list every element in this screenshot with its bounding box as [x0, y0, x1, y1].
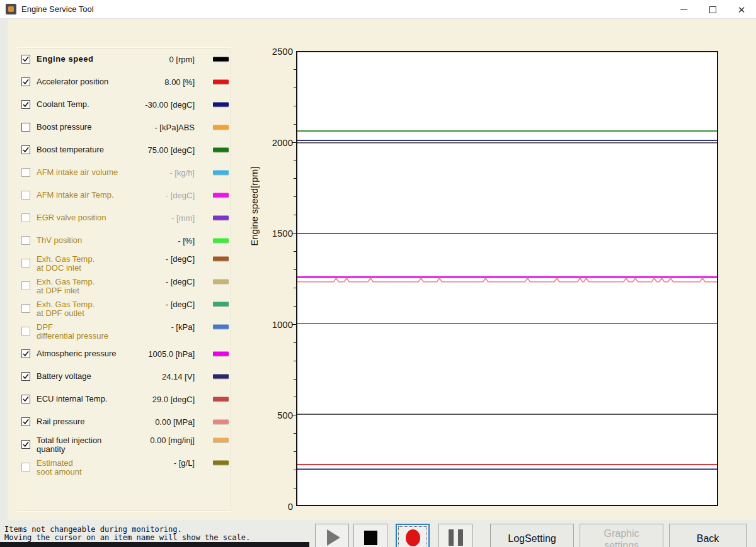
- parameter-checkbox[interactable]: [21, 349, 30, 358]
- left-edge-strip: [0, 19, 8, 520]
- parameter-row: Exh. Gas Temp.at DPF inlet- [degC]: [18, 274, 231, 297]
- parameter-label: Boost temperature: [37, 145, 104, 154]
- parameter-checkbox[interactable]: [21, 77, 30, 86]
- maximize-button[interactable]: [698, 0, 727, 19]
- parameter-color-swatch: [213, 193, 229, 198]
- y-axis-minor-tick: [292, 415, 296, 415]
- play-icon: [327, 529, 340, 546]
- parameter-label: Exh. Gas Temp.at DPF inlet: [37, 278, 94, 295]
- parameter-row: Atmospheric pressure1005.0 [hPa]: [18, 342, 231, 365]
- parameter-value: 8.00 [%]: [164, 77, 195, 87]
- parameter-value: 1005.0 [hPa]: [148, 349, 195, 359]
- parameter-checkbox[interactable]: [21, 213, 30, 222]
- log-setting-button[interactable]: LogSetting: [490, 524, 574, 547]
- parameter-row: Estimatedsoot amount- [g/L]: [18, 456, 231, 478]
- parameter-value: - [g/L]: [174, 458, 195, 468]
- back-label: Back: [697, 533, 719, 544]
- engine-service-tool-window: Engine Service Tool ✕ Engine speed0 [rpm…: [0, 0, 756, 547]
- parameter-color-swatch: [213, 352, 229, 356]
- y-tick-label: 2500: [272, 46, 293, 57]
- parameter-value: - [kPa]ABS: [154, 123, 195, 132]
- parameter-color-swatch: [213, 375, 229, 379]
- parameter-color-swatch: [213, 57, 229, 62]
- parameter-color-swatch: [213, 438, 229, 443]
- parameter-row: EGR valve position- [mm]: [18, 206, 231, 229]
- y-tick-label: 1500: [272, 228, 293, 239]
- parameter-checkbox[interactable]: [21, 100, 30, 109]
- parameter-checkbox[interactable]: [21, 463, 30, 471]
- parameter-checkbox[interactable]: [21, 168, 30, 177]
- parameter-color-swatch: [213, 302, 229, 307]
- parameter-row: Rail pressure0.00 [MPa]: [18, 410, 231, 433]
- minimize-icon: [680, 9, 687, 10]
- chart-canvas: [297, 52, 717, 505]
- record-button[interactable]: [396, 524, 430, 547]
- parameter-label: DPFdifferential pressure: [37, 323, 108, 340]
- y-axis-minor-tick: [292, 233, 296, 234]
- parameter-row: Battery voltage24.14 [V]: [18, 365, 231, 388]
- parameter-row: DPFdifferential pressure- [kPa]: [18, 320, 231, 342]
- parameter-checkbox[interactable]: [21, 145, 30, 154]
- window-controls: ✕: [669, 0, 756, 19]
- parameter-label: EGR valve position: [37, 213, 106, 222]
- parameter-row: Boost temperature75.00 [degC]: [18, 138, 231, 161]
- parameter-color-swatch: [213, 148, 229, 152]
- parameter-color-swatch: [213, 216, 229, 220]
- parameter-value: - [degC]: [166, 254, 195, 264]
- parameter-checkbox[interactable]: [21, 191, 30, 200]
- parameter-value: - [%]: [178, 236, 195, 245]
- stop-button[interactable]: [353, 524, 387, 547]
- close-button[interactable]: ✕: [727, 0, 756, 19]
- parameter-checkbox[interactable]: [21, 236, 30, 245]
- log-setting-label: LogSetting: [508, 533, 556, 544]
- parameter-color-swatch: [213, 461, 229, 465]
- parameter-row: Coolant Temp.-30.00 [degC]: [18, 93, 231, 116]
- maximize-icon: [709, 6, 716, 13]
- parameter-checkbox[interactable]: [21, 372, 30, 381]
- parameter-list: Engine speed0 [rpm]Accelerator position8…: [18, 48, 231, 478]
- parameter-label: Boost pressure: [37, 123, 91, 132]
- parameter-color-swatch: [213, 257, 229, 261]
- back-button[interactable]: Back: [669, 524, 747, 547]
- minimize-button[interactable]: [669, 0, 698, 19]
- graphic-settings-button: Graphic settings: [580, 524, 663, 547]
- parameter-checkbox[interactable]: [21, 281, 30, 290]
- parameter-checkbox[interactable]: [21, 55, 30, 64]
- parameter-color-swatch: [213, 420, 229, 424]
- parameter-checkbox[interactable]: [21, 327, 30, 336]
- parameter-value: 24.14 [V]: [162, 372, 195, 381]
- parameter-color-swatch: [213, 103, 229, 107]
- y-tick-label: 1000: [272, 319, 293, 330]
- bottom-bar: Items not changeable during monitoring. …: [0, 520, 756, 547]
- stop-icon: [364, 531, 377, 545]
- parameter-value: - [degC]: [166, 191, 195, 200]
- parameter-color-swatch: [213, 171, 229, 175]
- parameter-value: - [kg/h]: [169, 168, 195, 178]
- parameter-color-swatch: [213, 80, 229, 84]
- parameter-label: Exh. Gas Temp.at DOC inlet: [37, 255, 94, 272]
- parameter-checkbox[interactable]: [21, 304, 30, 313]
- parameter-checkbox[interactable]: [21, 259, 30, 268]
- parameter-color-swatch: [213, 325, 229, 329]
- parameter-value: 29.0 [degC]: [152, 395, 195, 404]
- play-button[interactable]: [315, 524, 349, 547]
- graphic-settings-label-line1: Graphic: [604, 527, 639, 539]
- parameter-checkbox[interactable]: [21, 440, 30, 449]
- parameter-color-swatch: [213, 125, 229, 130]
- status-message: Items not changeable during monitoring. …: [4, 526, 250, 542]
- parameter-label: Battery voltage: [37, 372, 91, 381]
- parameter-checkbox[interactable]: [21, 123, 30, 132]
- parameter-row: Total fuel injectionquantity0.00 [mg/inj…: [18, 433, 231, 456]
- parameter-row: Engine speed0 [rpm]: [18, 48, 231, 70]
- parameter-value: - [degC]: [166, 277, 195, 286]
- pause-button[interactable]: [438, 524, 472, 547]
- parameter-label: Estimatedsoot amount: [37, 459, 82, 476]
- pause-icon: [449, 529, 463, 546]
- y-tick-label: 2000: [272, 137, 293, 148]
- y-axis-minor-tick: [292, 324, 296, 325]
- parameter-value: - [kPa]: [171, 322, 195, 332]
- parameter-checkbox[interactable]: [21, 417, 30, 426]
- parameter-panel: Engine speed0 [rpm]Accelerator position8…: [17, 47, 231, 512]
- y-axis-labels: 05001000150020002500: [249, 0, 293, 547]
- parameter-checkbox[interactable]: [21, 395, 30, 403]
